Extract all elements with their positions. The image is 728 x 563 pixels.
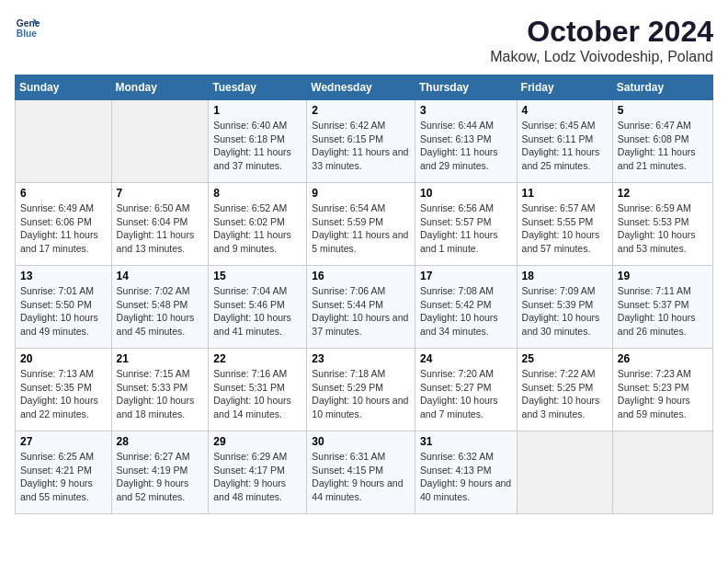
day-info: Sunrise: 6:54 AMSunset: 5:59 PMDaylight:… [312, 201, 410, 256]
day-number: 4 [522, 104, 608, 117]
day-number: 12 [618, 187, 708, 200]
calendar-cell: 24Sunrise: 7:20 AMSunset: 5:27 PMDayligh… [415, 349, 517, 431]
day-number: 3 [420, 104, 512, 117]
calendar-cell: 14Sunrise: 7:02 AMSunset: 5:48 PMDayligh… [111, 266, 209, 349]
day-info: Sunrise: 6:32 AMSunset: 4:13 PMDaylight:… [420, 450, 512, 504]
column-header-monday: Monday [111, 75, 209, 100]
page-header: General Blue October 2024 Makow, Lodz Vo… [15, 15, 713, 65]
day-number: 31 [420, 435, 512, 448]
day-info: Sunrise: 7:11 AMSunset: 5:37 PMDaylight:… [618, 284, 708, 339]
day-number: 26 [618, 352, 708, 365]
calendar-cell: 22Sunrise: 7:16 AMSunset: 5:31 PMDayligh… [209, 349, 307, 431]
day-number: 14 [117, 270, 204, 282]
day-info: Sunrise: 7:16 AMSunset: 5:31 PMDaylight:… [213, 367, 301, 421]
day-number: 29 [213, 435, 301, 448]
calendar-cell [517, 431, 612, 514]
day-number: 28 [117, 435, 204, 448]
day-info: Sunrise: 6:29 AMSunset: 4:17 PMDaylight:… [213, 450, 301, 504]
column-header-sunday: Sunday [16, 75, 112, 100]
calendar-cell: 16Sunrise: 7:06 AMSunset: 5:44 PMDayligh… [307, 266, 415, 349]
calendar-week-row: 27Sunrise: 6:25 AMSunset: 4:21 PMDayligh… [16, 431, 713, 514]
day-info: Sunrise: 6:49 AMSunset: 6:06 PMDaylight:… [20, 201, 107, 256]
day-info: Sunrise: 6:40 AMSunset: 6:18 PMDaylight:… [213, 119, 301, 173]
day-info: Sunrise: 7:09 AMSunset: 5:39 PMDaylight:… [522, 284, 608, 339]
day-number: 17 [420, 270, 512, 282]
day-number: 7 [117, 187, 204, 200]
day-info: Sunrise: 6:47 AMSunset: 6:08 PMDaylight:… [618, 119, 708, 173]
day-number: 22 [213, 352, 301, 365]
logo: General Blue [15, 15, 40, 40]
day-number: 8 [213, 187, 301, 200]
day-info: Sunrise: 6:45 AMSunset: 6:11 PMDaylight:… [522, 119, 608, 173]
calendar-cell: 20Sunrise: 7:13 AMSunset: 5:35 PMDayligh… [16, 349, 112, 431]
calendar-cell: 9Sunrise: 6:54 AMSunset: 5:59 PMDaylight… [307, 183, 415, 266]
day-number: 23 [312, 352, 410, 365]
day-info: Sunrise: 6:56 AMSunset: 5:57 PMDaylight:… [420, 201, 512, 256]
calendar-cell: 11Sunrise: 6:57 AMSunset: 5:55 PMDayligh… [517, 183, 612, 266]
day-info: Sunrise: 7:20 AMSunset: 5:27 PMDaylight:… [420, 367, 512, 421]
calendar-cell: 30Sunrise: 6:31 AMSunset: 4:15 PMDayligh… [307, 431, 415, 514]
calendar-cell: 3Sunrise: 6:44 AMSunset: 6:13 PMDaylight… [415, 100, 517, 183]
day-number: 5 [618, 104, 708, 117]
day-number: 27 [20, 435, 107, 448]
day-number: 21 [117, 352, 204, 365]
calendar-cell: 13Sunrise: 7:01 AMSunset: 5:50 PMDayligh… [16, 266, 112, 349]
calendar-cell [111, 100, 209, 183]
calendar-cell: 7Sunrise: 6:50 AMSunset: 6:04 PMDaylight… [111, 183, 209, 266]
calendar-week-row: 13Sunrise: 7:01 AMSunset: 5:50 PMDayligh… [16, 266, 713, 349]
calendar-cell: 1Sunrise: 6:40 AMSunset: 6:18 PMDaylight… [209, 100, 307, 183]
calendar-cell: 8Sunrise: 6:52 AMSunset: 6:02 PMDaylight… [209, 183, 307, 266]
calendar-cell: 27Sunrise: 6:25 AMSunset: 4:21 PMDayligh… [16, 431, 112, 514]
day-info: Sunrise: 7:02 AMSunset: 5:48 PMDaylight:… [117, 284, 204, 339]
calendar-week-row: 6Sunrise: 6:49 AMSunset: 6:06 PMDaylight… [16, 183, 713, 266]
day-number: 19 [618, 270, 708, 282]
svg-text:Blue: Blue [17, 29, 38, 39]
calendar-cell: 26Sunrise: 7:23 AMSunset: 5:23 PMDayligh… [612, 349, 712, 431]
column-header-tuesday: Tuesday [209, 75, 307, 100]
column-header-thursday: Thursday [415, 75, 517, 100]
day-info: Sunrise: 7:08 AMSunset: 5:42 PMDaylight:… [420, 284, 512, 339]
calendar-week-row: 1Sunrise: 6:40 AMSunset: 6:18 PMDaylight… [16, 100, 713, 183]
day-info: Sunrise: 6:57 AMSunset: 5:55 PMDaylight:… [522, 201, 608, 256]
day-number: 10 [420, 187, 512, 200]
calendar-cell: 6Sunrise: 6:49 AMSunset: 6:06 PMDaylight… [16, 183, 112, 266]
title-block: October 2024 Makow, Lodz Voivodeship, Po… [490, 15, 713, 65]
calendar-cell [16, 100, 112, 183]
page-subtitle: Makow, Lodz Voivodeship, Poland [490, 49, 713, 65]
calendar-week-row: 20Sunrise: 7:13 AMSunset: 5:35 PMDayligh… [16, 349, 713, 431]
column-header-saturday: Saturday [612, 75, 712, 100]
day-number: 25 [522, 352, 608, 365]
calendar-cell: 18Sunrise: 7:09 AMSunset: 5:39 PMDayligh… [517, 266, 612, 349]
day-number: 16 [312, 270, 410, 282]
day-info: Sunrise: 7:18 AMSunset: 5:29 PMDaylight:… [312, 367, 410, 421]
day-info: Sunrise: 7:13 AMSunset: 5:35 PMDaylight:… [20, 367, 107, 421]
day-info: Sunrise: 6:59 AMSunset: 5:53 PMDaylight:… [618, 201, 708, 256]
day-info: Sunrise: 6:25 AMSunset: 4:21 PMDaylight:… [20, 450, 107, 504]
calendar-header-row: SundayMondayTuesdayWednesdayThursdayFrid… [16, 75, 713, 100]
day-info: Sunrise: 6:50 AMSunset: 6:04 PMDaylight:… [117, 201, 204, 256]
day-number: 15 [213, 270, 301, 282]
day-info: Sunrise: 6:44 AMSunset: 6:13 PMDaylight:… [420, 119, 512, 173]
calendar-cell: 29Sunrise: 6:29 AMSunset: 4:17 PMDayligh… [209, 431, 307, 514]
day-info: Sunrise: 6:42 AMSunset: 6:15 PMDaylight:… [312, 119, 410, 173]
day-number: 11 [522, 187, 608, 200]
day-number: 18 [522, 270, 608, 282]
calendar-cell: 23Sunrise: 7:18 AMSunset: 5:29 PMDayligh… [307, 349, 415, 431]
day-number: 1 [213, 104, 301, 117]
logo-icon: General Blue [15, 15, 40, 40]
calendar-cell: 5Sunrise: 6:47 AMSunset: 6:08 PMDaylight… [612, 100, 712, 183]
day-info: Sunrise: 6:27 AMSunset: 4:19 PMDaylight:… [117, 450, 204, 504]
day-number: 2 [312, 104, 410, 117]
day-number: 6 [20, 187, 107, 200]
page-title: October 2024 [490, 15, 713, 49]
day-info: Sunrise: 6:31 AMSunset: 4:15 PMDaylight:… [312, 450, 410, 504]
calendar-cell: 17Sunrise: 7:08 AMSunset: 5:42 PMDayligh… [415, 266, 517, 349]
calendar-cell: 28Sunrise: 6:27 AMSunset: 4:19 PMDayligh… [111, 431, 209, 514]
day-info: Sunrise: 7:06 AMSunset: 5:44 PMDaylight:… [312, 284, 410, 339]
calendar-cell: 21Sunrise: 7:15 AMSunset: 5:33 PMDayligh… [111, 349, 209, 431]
column-header-wednesday: Wednesday [307, 75, 415, 100]
day-info: Sunrise: 6:52 AMSunset: 6:02 PMDaylight:… [213, 201, 301, 256]
calendar-cell: 15Sunrise: 7:04 AMSunset: 5:46 PMDayligh… [209, 266, 307, 349]
day-number: 9 [312, 187, 410, 200]
day-info: Sunrise: 7:23 AMSunset: 5:23 PMDaylight:… [618, 367, 708, 421]
